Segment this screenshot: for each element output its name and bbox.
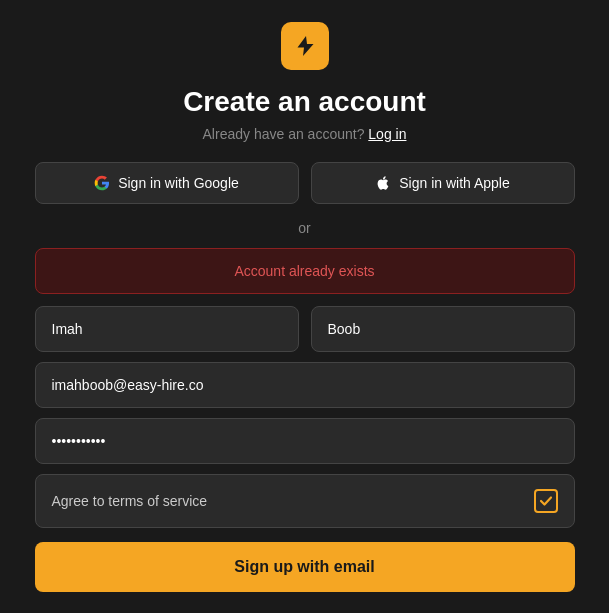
terms-label: Agree to terms of service	[52, 493, 208, 509]
google-signin-button[interactable]: Sign in with Google	[35, 162, 299, 204]
logo-icon	[281, 22, 329, 70]
signup-container: Create an account Already have an accoun…	[15, 2, 595, 612]
or-divider: or	[298, 220, 310, 236]
email-input[interactable]	[35, 362, 575, 408]
checkmark-icon	[539, 494, 553, 508]
first-name-input[interactable]	[35, 306, 299, 352]
apple-signin-button[interactable]: Sign in with Apple	[311, 162, 575, 204]
terms-checkbox[interactable]	[534, 489, 558, 513]
signup-button[interactable]: Sign up with email	[35, 542, 575, 592]
login-prompt: Already have an account? Log in	[203, 126, 407, 142]
password-input[interactable]	[35, 418, 575, 464]
bolt-icon	[293, 34, 317, 58]
error-banner: Account already exists	[35, 248, 575, 294]
login-link[interactable]: Log in	[368, 126, 406, 142]
social-buttons: Sign in with Google Sign in with Apple	[35, 162, 575, 204]
name-row	[35, 306, 575, 352]
terms-row: Agree to terms of service	[35, 474, 575, 528]
last-name-input[interactable]	[311, 306, 575, 352]
apple-icon	[375, 175, 391, 191]
page-title: Create an account	[183, 86, 426, 118]
google-icon	[94, 175, 110, 191]
